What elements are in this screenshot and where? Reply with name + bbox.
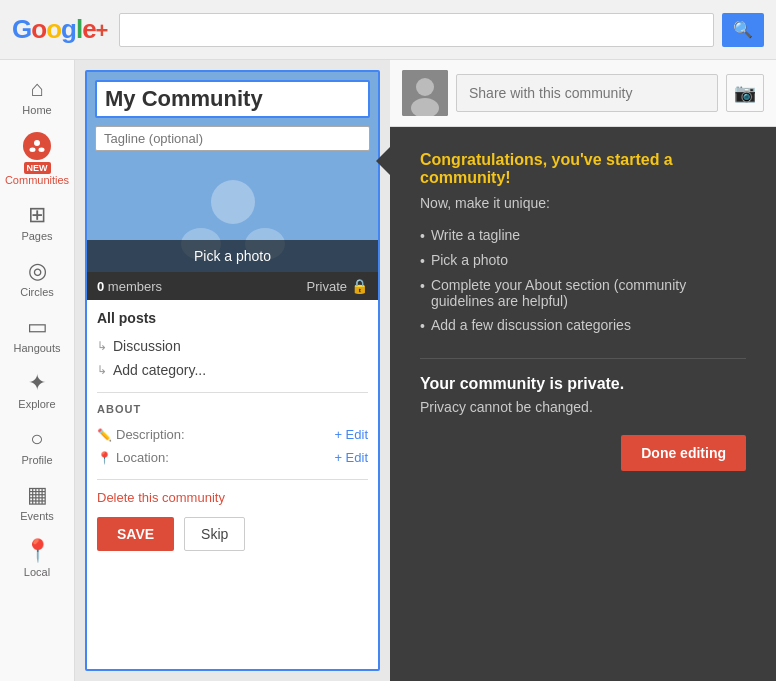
search-input[interactable] — [119, 13, 714, 47]
search-icon: 🔍 — [733, 20, 753, 39]
sidebar-item-hangouts-label: Hangouts — [13, 342, 60, 354]
camera-icon: 📷 — [734, 82, 756, 104]
share-bar: 📷 — [390, 60, 776, 127]
sidebar-item-events[interactable]: ▦ Events — [0, 474, 74, 530]
sidebar-item-profile[interactable]: ○ Profile — [0, 418, 74, 474]
sidebar-item-hangouts[interactable]: ▭ Hangouts — [0, 306, 74, 362]
discussion-label: Discussion — [113, 338, 181, 354]
list-item-text: Write a tagline — [431, 227, 520, 243]
sidebar-item-circles-label: Circles — [20, 286, 54, 298]
sidebar-item-explore[interactable]: ✦ Explore — [0, 362, 74, 418]
done-editing-button[interactable]: Done editing — [621, 435, 746, 471]
svg-point-0 — [34, 140, 40, 146]
list-item: • Complete your About section (community… — [420, 273, 746, 313]
profile-icon: ○ — [30, 426, 43, 452]
list-item: • Pick a photo — [420, 248, 746, 273]
location-edit-link[interactable]: + Edit — [334, 450, 368, 465]
explore-icon: ✦ — [28, 370, 46, 396]
community-card: Pick a photo 0 members Private 🔒 All pos… — [85, 70, 380, 671]
svg-point-1 — [30, 148, 36, 153]
description-row-left: ✏️ Description: — [97, 427, 185, 442]
members-count: 0 — [97, 279, 104, 294]
description-edit-link[interactable]: + Edit — [334, 427, 368, 442]
list-item-text: Add a few discussion categories — [431, 317, 631, 333]
add-category-arrow-icon: ↳ — [97, 363, 107, 377]
card-header: Pick a photo — [87, 72, 378, 272]
panel-arrow — [376, 147, 390, 175]
privacy-status: Private 🔒 — [307, 278, 368, 294]
sidebar-item-circles[interactable]: ◎ Circles — [0, 250, 74, 306]
divider-2 — [97, 479, 368, 480]
avatar-image — [402, 70, 448, 116]
bullet-icon: • — [420, 318, 425, 334]
description-label: Description: — [116, 427, 185, 442]
sidebar-item-explore-label: Explore — [18, 398, 55, 410]
hangouts-icon: ▭ — [27, 314, 48, 340]
members-display: 0 members — [97, 279, 162, 294]
bullet-icon: • — [420, 278, 425, 294]
bullet-icon: • — [420, 228, 425, 244]
skip-button[interactable]: Skip — [184, 517, 245, 551]
save-button[interactable]: SAVE — [97, 517, 174, 551]
community-name-input[interactable] — [95, 80, 370, 118]
communities-new-badge: NEW — [24, 162, 51, 174]
add-category-label: Add category... — [113, 362, 206, 378]
camera-button[interactable]: 📷 — [726, 74, 764, 112]
list-item-text: Complete your About section (community g… — [431, 277, 746, 309]
svg-point-7 — [416, 78, 434, 96]
lock-icon: 🔒 — [351, 278, 368, 294]
tagline-input[interactable] — [95, 126, 370, 151]
sidebar-item-communities-label: Communities — [5, 174, 69, 186]
sidebar: ⌂ Home NEW Communities ⊞ Pages ◎ Circles… — [0, 60, 75, 681]
pencil-icon: ✏️ — [97, 428, 112, 442]
card-body: All posts ↳ Discussion ↳ Add category...… — [87, 300, 378, 571]
bullet-icon: • — [420, 253, 425, 269]
sidebar-item-pages[interactable]: ⊞ Pages — [0, 194, 74, 250]
circles-icon: ◎ — [28, 258, 47, 284]
communities-icon — [23, 132, 51, 160]
sidebar-item-pages-label: Pages — [21, 230, 52, 242]
congrats-divider — [420, 358, 746, 359]
pick-photo-button[interactable]: Pick a photo — [87, 240, 378, 272]
nav-item-discussion[interactable]: ↳ Discussion — [97, 334, 368, 358]
main-layout: ⌂ Home NEW Communities ⊞ Pages ◎ Circles… — [0, 60, 776, 681]
topbar: Google+ 🔍 — [0, 0, 776, 60]
all-posts-link[interactable]: All posts — [97, 310, 368, 326]
private-desc: Privacy cannot be changed. — [420, 399, 746, 415]
user-avatar — [402, 70, 448, 116]
about-location-row: 📍 Location: + Edit — [97, 446, 368, 469]
sidebar-item-profile-label: Profile — [21, 454, 52, 466]
pages-icon: ⊞ — [28, 202, 46, 228]
congrats-subtitle: Now, make it unique: — [420, 195, 746, 211]
sidebar-item-home-label: Home — [22, 104, 51, 116]
location-row-left: 📍 Location: — [97, 450, 169, 465]
sidebar-item-events-label: Events — [20, 510, 54, 522]
home-icon: ⌂ — [30, 76, 43, 102]
right-panel: 📷 Congratulations, you've started a comm… — [390, 60, 776, 681]
about-section-title: ABOUT — [97, 403, 368, 415]
privacy-label: Private — [307, 279, 347, 294]
pick-photo-label: Pick a photo — [194, 248, 271, 264]
card-actions: SAVE Skip — [97, 517, 368, 561]
list-item-text: Pick a photo — [431, 252, 508, 268]
list-item: • Write a tagline — [420, 223, 746, 248]
sidebar-item-local[interactable]: 📍 Local — [0, 530, 74, 586]
sidebar-item-home[interactable]: ⌂ Home — [0, 68, 74, 124]
congrats-title: Congratulations, you've started a commun… — [420, 151, 746, 187]
delete-community-link[interactable]: Delete this community — [97, 490, 368, 505]
nav-item-add-category[interactable]: ↳ Add category... — [97, 358, 368, 382]
location-label: Location: — [116, 450, 169, 465]
private-title: Your community is private. — [420, 375, 746, 393]
divider-1 — [97, 392, 368, 393]
local-icon: 📍 — [24, 538, 51, 564]
google-logo: Google+ — [12, 14, 107, 45]
share-input[interactable] — [456, 74, 718, 112]
search-button[interactable]: 🔍 — [722, 13, 764, 47]
location-icon: 📍 — [97, 451, 112, 465]
sidebar-item-communities[interactable]: NEW Communities — [0, 124, 74, 194]
svg-point-2 — [39, 148, 45, 153]
events-icon: ▦ — [27, 482, 48, 508]
list-item: • Add a few discussion categories — [420, 313, 746, 338]
discussion-arrow-icon: ↳ — [97, 339, 107, 353]
content-area: Pick a photo 0 members Private 🔒 All pos… — [75, 60, 776, 681]
